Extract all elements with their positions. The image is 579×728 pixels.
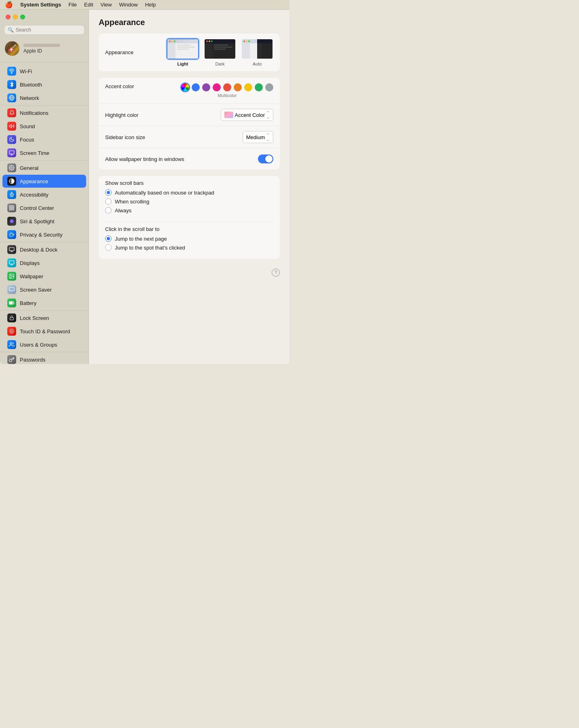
menu-help[interactable]: Help: [145, 2, 156, 8]
sidebar-item-touchid[interactable]: Touch ID & Password: [2, 325, 86, 338]
sidebar-item-desktop[interactable]: Desktop & Dock: [2, 243, 86, 256]
help-button[interactable]: ?: [272, 269, 280, 277]
sidebar-item-network[interactable]: Network: [2, 91, 86, 104]
privacy-icon: [7, 230, 16, 239]
click-spot-radio[interactable]: [105, 244, 112, 251]
svg-rect-5: [9, 151, 14, 154]
apple-menu[interactable]: 🍎: [5, 1, 13, 8]
sidebar-item-accessibility[interactable]: Accessibility: [2, 188, 86, 201]
scrollbar-always-option[interactable]: Always: [105, 207, 273, 214]
sidebar-item-wallpaper[interactable]: Wallpaper: [2, 270, 86, 283]
sidebar-item-focus[interactable]: Focus: [2, 133, 86, 146]
menu-file[interactable]: File: [68, 2, 77, 8]
highlight-color-select[interactable]: Accent Color ⌃⌄: [221, 109, 273, 121]
sidebar-item-siri[interactable]: Siri & Spotlight: [2, 215, 86, 228]
click-scrollbar-group: Click in the scroll bar to Jump to the n…: [99, 222, 280, 259]
svg-rect-13: [12, 206, 14, 207]
sidebar: 🔍 Apple ID W: [0, 10, 89, 364]
maximize-button[interactable]: [20, 15, 25, 19]
appearance-thumb-dark: [204, 38, 236, 59]
click-spot-option[interactable]: Jump to the spot that's clicked: [105, 244, 273, 251]
sidebar-item-general[interactable]: General: [2, 161, 86, 174]
sidebar-item-appearance[interactable]: Appearance: [2, 175, 86, 188]
apple-id-section[interactable]: Apple ID: [0, 38, 89, 60]
accent-green[interactable]: [255, 83, 263, 91]
sidebar-item-users[interactable]: Users & Groups: [2, 338, 86, 351]
appearance-sidebar-label: Appearance: [20, 178, 48, 184]
minimize-button[interactable]: [13, 15, 18, 19]
page-title: Appearance: [99, 18, 280, 27]
svg-point-27: [11, 275, 11, 276]
sidebar-item-screensaver[interactable]: Screen Saver: [2, 283, 86, 296]
main-content: Appearance Appearance: [89, 10, 290, 364]
menu-window[interactable]: Window: [119, 2, 137, 8]
scrollbar-auto-radio[interactable]: [105, 189, 112, 196]
apple-id-label: Apple ID: [23, 48, 60, 54]
sidebar-item-screentime[interactable]: Screen Time: [2, 146, 86, 159]
accent-orange[interactable]: [234, 83, 242, 91]
appearance-option-auto[interactable]: Auto: [241, 38, 273, 66]
sidebar-item-notifications[interactable]: Notifications: [2, 106, 86, 119]
touchid-icon: [7, 327, 16, 336]
scrollbar-auto-label: Automatically based on mouse or trackpad: [115, 190, 214, 196]
sidebar-item-displays[interactable]: Displays: [2, 256, 86, 269]
users-icon: [7, 340, 16, 349]
scrollbar-scrolling-option[interactable]: When scrolling: [105, 198, 273, 205]
wallpaper-tinting-label: Allow wallpaper tinting in windows: [105, 156, 258, 162]
svg-point-34: [10, 343, 12, 345]
scrollbar-auto-option[interactable]: Automatically based on mouse or trackpad: [105, 189, 273, 196]
appearance-picker: Light: [167, 38, 273, 66]
scrollbar-scrolling-label: When scrolling: [115, 199, 149, 205]
wifi-icon: [7, 67, 16, 76]
wifi-label: Wi-Fi: [20, 68, 32, 74]
sidebar-icon-size-select[interactable]: Medium ⌃⌄: [243, 131, 273, 143]
appearance-card: Appearance: [99, 34, 280, 71]
bluetooth-label: Bluetooth: [20, 82, 42, 88]
sidebar-icon-size-control[interactable]: Medium ⌃⌄: [243, 131, 273, 143]
highlight-color-control[interactable]: Accent Color ⌃⌄: [221, 109, 273, 121]
accent-yellow[interactable]: [244, 83, 252, 91]
accent-purple[interactable]: [202, 83, 210, 91]
highlight-color-value: Accent Color: [235, 112, 265, 118]
appearance-sidebar-icon: [7, 177, 16, 186]
sidebar-scroll: Wi-Fi Bluetooth: [0, 63, 89, 364]
menu-view[interactable]: View: [101, 2, 112, 8]
sidebar-item-passwords[interactable]: Passwords: [2, 353, 86, 364]
accent-graphite[interactable]: [265, 83, 273, 91]
users-label: Users & Groups: [20, 342, 57, 348]
accent-red[interactable]: [223, 83, 231, 91]
dark-label: Dark: [215, 61, 224, 66]
apple-id-name-blur: [23, 44, 60, 47]
click-nextpage-radio[interactable]: [105, 235, 112, 242]
sidebar-divider-top: [0, 62, 89, 63]
accent-multicolor[interactable]: [181, 83, 189, 91]
search-input[interactable]: [16, 27, 81, 33]
appearance-option-dark[interactable]: Dark: [204, 38, 236, 66]
scrollbar-always-radio[interactable]: [105, 207, 112, 214]
sidebar-item-battery[interactable]: Battery: [2, 296, 86, 309]
general-icon: [7, 163, 16, 172]
bluetooth-icon: [7, 80, 16, 89]
close-button[interactable]: [6, 15, 11, 19]
sidebar-item-privacy[interactable]: Privacy & Security: [2, 228, 86, 241]
wallpaper-tinting-toggle[interactable]: [258, 154, 273, 163]
main-window: 🔍 Apple ID W: [0, 10, 290, 364]
sidebar-divider-4: [0, 310, 89, 311]
appearance-thumb-light: [167, 38, 199, 59]
sidebar-item-controlcenter[interactable]: Control Center: [2, 201, 86, 214]
click-nextpage-option[interactable]: Jump to the next page: [105, 235, 273, 242]
menu-edit[interactable]: Edit: [84, 2, 93, 8]
sidebar-item-bluetooth[interactable]: Bluetooth: [2, 78, 86, 91]
app-name[interactable]: System Settings: [20, 2, 61, 8]
accent-pink[interactable]: [213, 83, 221, 91]
svg-point-10: [11, 192, 12, 193]
accent-blue[interactable]: [192, 83, 200, 91]
appearance-option-light[interactable]: Light: [167, 38, 199, 66]
sidebar-item-sound[interactable]: Sound: [2, 120, 86, 133]
sidebar-item-lockscreen[interactable]: Lock Screen: [2, 311, 86, 324]
sidebar-item-wifi[interactable]: Wi-Fi: [2, 65, 86, 78]
search-box[interactable]: 🔍: [4, 25, 85, 35]
highlight-color-row: Highlight color Accent Color ⌃⌄: [99, 104, 280, 126]
scrollbar-scrolling-radio[interactable]: [105, 198, 112, 205]
appearance-thumb-auto: [241, 38, 273, 59]
